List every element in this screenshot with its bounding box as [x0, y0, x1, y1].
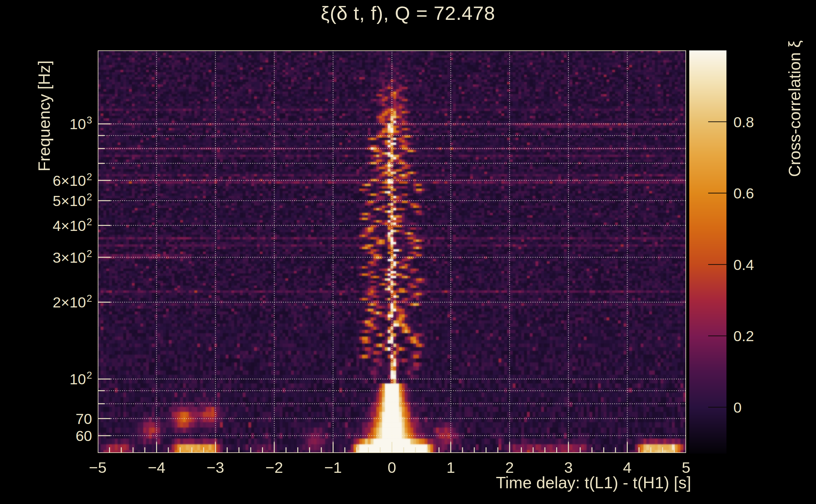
- y-tick-label: 70: [0, 411, 92, 426]
- y-tick-label: 5×102: [0, 193, 92, 208]
- y-tick-label: 3×102: [0, 250, 92, 265]
- x-tick-label: −1: [324, 460, 342, 475]
- y-tick-label: 60: [0, 428, 92, 443]
- colorbar-tick-label: 0.8: [733, 114, 754, 129]
- x-tick-label: 0: [388, 460, 396, 475]
- colorbar-tick-label: 0.4: [733, 257, 754, 272]
- y-tick-label: 4×102: [0, 218, 92, 233]
- x-tick-label: 2: [505, 460, 514, 475]
- x-axis-title: Time delay: t(L1) - t(H1) [s]: [378, 473, 691, 492]
- cross-correlation-qscan-figure: ξ(δ t, f), Q = 72.478 Frequency [Hz] Tim…: [0, 0, 816, 504]
- x-tick-label: −2: [266, 460, 283, 475]
- x-tick-label: −5: [89, 460, 106, 475]
- y-axis-title: Frequency [Hz]: [35, 60, 54, 172]
- spectrogram-heatmap: [98, 50, 686, 453]
- y-tick-label: 6×102: [0, 173, 92, 188]
- x-tick-label: −3: [207, 460, 224, 475]
- x-tick-label: 1: [446, 460, 455, 475]
- chart-title: ξ(δ t, f), Q = 72.478: [0, 2, 816, 24]
- colorbar-title: Cross-correlation ξ: [785, 40, 804, 177]
- x-tick-label: −4: [148, 460, 165, 475]
- colorbar-tick-label: 0: [733, 400, 742, 415]
- colorbar-gradient: [689, 50, 727, 454]
- y-tick-label: 103: [0, 117, 92, 131]
- x-tick-label: 4: [623, 460, 632, 475]
- x-tick-label: 5: [682, 460, 690, 475]
- y-tick-label: 102: [0, 372, 92, 387]
- colorbar-tick-label: 0.2: [733, 329, 754, 343]
- y-tick-label: 2×102: [0, 295, 92, 310]
- x-tick-label: 3: [564, 460, 572, 475]
- colorbar-tick-label: 0.6: [733, 186, 754, 201]
